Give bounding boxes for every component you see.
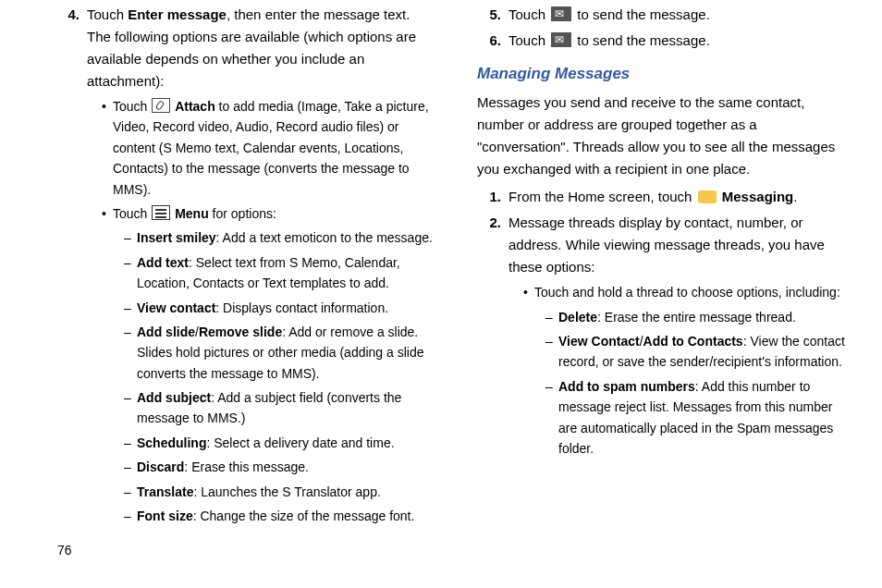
text: Font size: Change the size of the messag… bbox=[137, 506, 414, 526]
managing-step-1: 1. From the Home screen, touch Messaging… bbox=[477, 186, 845, 208]
text: to add media (Image, Take a picture, Vid… bbox=[113, 99, 429, 197]
dash: – bbox=[124, 387, 137, 429]
step-number: 5. bbox=[477, 4, 508, 26]
bold-text: Messaging bbox=[722, 189, 794, 204]
font-size-option: – Font size: Change the size of the mess… bbox=[124, 506, 436, 526]
text: . bbox=[793, 189, 797, 204]
managing-step-2: 2. Message threads display by contact, n… bbox=[477, 212, 845, 459]
thread-options: • Touch and hold a thread to choose opti… bbox=[508, 282, 845, 459]
translate-option: – Translate: Launches the S Translator a… bbox=[124, 482, 436, 502]
bullet: • bbox=[523, 282, 534, 459]
dash: – bbox=[545, 307, 558, 327]
text: Scheduling: Select a delivery date and t… bbox=[137, 433, 395, 453]
section-intro: Messages you send and receive to the sam… bbox=[477, 92, 845, 180]
view-add-contact-option: – View Contact/Add to Contacts: View the… bbox=[545, 331, 845, 373]
insert-smiley-option: – Insert smiley: Add a text emoticon to … bbox=[124, 227, 436, 248]
dash: – bbox=[124, 482, 137, 502]
text: From the Home screen, touch bbox=[508, 189, 696, 204]
scheduling-option: – Scheduling: Select a delivery date and… bbox=[124, 433, 436, 453]
left-column: 4. Touch Enter message, then enter the m… bbox=[55, 4, 455, 530]
dash: – bbox=[545, 331, 558, 373]
bullet: • bbox=[102, 96, 113, 200]
delete-option: – Delete: Erase the entire message threa… bbox=[545, 307, 845, 327]
step-number: 6. bbox=[477, 30, 508, 52]
text: Translate: Launches the S Translator app… bbox=[137, 482, 381, 502]
dash: – bbox=[545, 376, 558, 459]
send-icon bbox=[551, 32, 571, 47]
step-body: Message threads display by contact, numb… bbox=[508, 212, 845, 459]
text: Touch bbox=[113, 206, 151, 221]
text: to send the message. bbox=[573, 6, 710, 22]
text: for options: bbox=[209, 206, 276, 221]
hold-suboptions: – Delete: Erase the entire message threa… bbox=[534, 307, 845, 459]
hold-option: • Touch and hold a thread to choose opti… bbox=[523, 282, 845, 459]
right-column: 5. Touch to send the message. 6. Touch t… bbox=[455, 4, 854, 530]
dash: – bbox=[124, 252, 137, 294]
text: Add text: Select text from S Memo, Calen… bbox=[137, 252, 436, 294]
bold-text: Attach bbox=[175, 99, 215, 114]
option-body: Touch and hold a thread to choose option… bbox=[534, 282, 845, 459]
text: Touch and hold a thread to choose option… bbox=[534, 285, 840, 300]
bold-text: Menu bbox=[175, 206, 209, 221]
step-6: 6. Touch to send the message. bbox=[477, 30, 845, 52]
step-4: 4. Touch Enter message, then enter the m… bbox=[55, 4, 436, 526]
bullet: • bbox=[102, 203, 113, 526]
menu-suboptions: – Insert smiley: Add a text emoticon to … bbox=[113, 227, 436, 526]
text: Touch bbox=[508, 6, 549, 22]
dash: – bbox=[124, 506, 137, 526]
text: Touch bbox=[87, 6, 128, 22]
option-body: Touch Attach to add media (Image, Take a… bbox=[113, 96, 436, 200]
add-subject-option: – Add subject: Add a subject field (conv… bbox=[124, 387, 436, 429]
view-contact-option: – View contact: Displays contact informa… bbox=[124, 298, 436, 318]
step-body: Touch to send the message. bbox=[508, 30, 845, 52]
section-heading: Managing Messages bbox=[477, 61, 845, 86]
text: View Contact/Add to Contacts: View the c… bbox=[558, 331, 845, 373]
text: Touch bbox=[113, 99, 151, 114]
dash: – bbox=[124, 433, 137, 453]
attach-icon bbox=[152, 98, 170, 113]
step-body: Touch Enter message, then enter the mess… bbox=[87, 4, 436, 526]
attach-option: • Touch Attach to add media (Image, Take… bbox=[102, 96, 436, 200]
add-text-option: – Add text: Select text from S Memo, Cal… bbox=[124, 252, 436, 294]
add-slide-option: – Add slide/Remove slide: Add or remove … bbox=[124, 322, 436, 384]
text: Insert smiley: Add a text emoticon to th… bbox=[137, 227, 433, 248]
page-content: 4. Touch Enter message, then enter the m… bbox=[0, 0, 882, 557]
discard-option: – Discard: Erase this message. bbox=[124, 457, 436, 477]
page-number: 76 bbox=[57, 540, 72, 560]
option-body: Touch Menu for options: – Insert smiley:… bbox=[113, 203, 436, 526]
bold-text: Enter message bbox=[128, 6, 227, 22]
send-icon bbox=[551, 6, 571, 21]
text: to send the message. bbox=[573, 32, 710, 48]
menu-option: • Touch Menu for options: – Insert smile… bbox=[102, 203, 436, 526]
text: Touch bbox=[508, 32, 549, 48]
messaging-icon bbox=[698, 190, 717, 203]
step-number: 1. bbox=[477, 186, 508, 208]
dash: – bbox=[124, 298, 137, 318]
step-body: From the Home screen, touch Messaging. bbox=[508, 186, 845, 208]
text: Add subject: Add a subject field (conver… bbox=[137, 387, 436, 429]
dash: – bbox=[124, 457, 137, 477]
text: Add to spam numbers: Add this number to … bbox=[558, 376, 845, 459]
sub-options: • Touch Attach to add media (Image, Take… bbox=[87, 96, 436, 526]
step-body: Touch to send the message. bbox=[508, 4, 845, 26]
step-number: 4. bbox=[55, 4, 87, 526]
text: Add slide/Remove slide: Add or remove a … bbox=[137, 322, 436, 384]
menu-icon bbox=[152, 205, 170, 220]
dash: – bbox=[124, 322, 137, 384]
step-5: 5. Touch to send the message. bbox=[477, 4, 845, 26]
step-number: 2. bbox=[477, 212, 508, 459]
text: View contact: Displays contact informati… bbox=[137, 298, 388, 318]
text: Discard: Erase this message. bbox=[137, 457, 309, 477]
text: Delete: Erase the entire message thread. bbox=[558, 307, 796, 327]
dash: – bbox=[124, 227, 137, 248]
spam-option: – Add to spam numbers: Add this number t… bbox=[545, 376, 845, 459]
text: Message threads display by contact, numb… bbox=[508, 214, 825, 275]
